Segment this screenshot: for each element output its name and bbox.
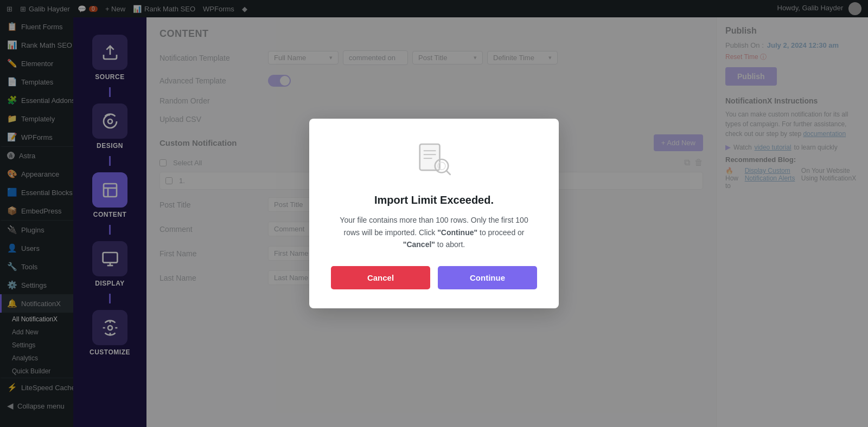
svg-rect-9 bbox=[420, 144, 440, 170]
svg-line-14 bbox=[446, 171, 450, 174]
modal-message: Your file contains more than 100 rows. O… bbox=[331, 214, 537, 250]
modal-overlay: Import Limit Exceeded. Your file contain… bbox=[0, 0, 868, 427]
modal-continue-button[interactable]: Continue bbox=[438, 266, 537, 289]
modal-icon bbox=[415, 140, 453, 183]
modal-actions: Cancel Continue bbox=[331, 266, 537, 289]
modal-cancel-button[interactable]: Cancel bbox=[331, 266, 430, 289]
modal-dialog: Import Limit Exceeded. Your file contain… bbox=[309, 119, 559, 308]
modal-title: Import Limit Exceeded. bbox=[374, 194, 494, 206]
